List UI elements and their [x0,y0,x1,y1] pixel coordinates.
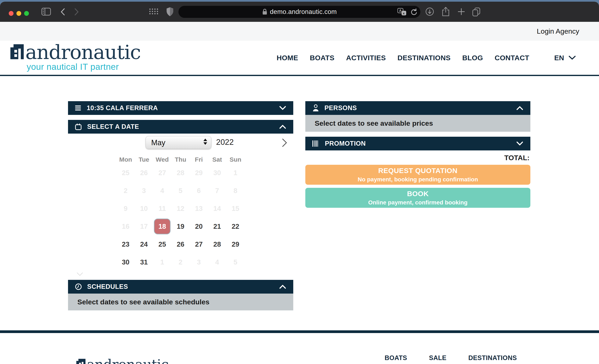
next-month-icon[interactable] [282,138,287,147]
chevron-up-icon [279,284,286,289]
calendar-day[interactable]: 20 [190,218,208,235]
new-tab-icon[interactable] [457,7,466,16]
andronautic-logo-icon [76,359,86,364]
chevron-down-icon [279,106,286,110]
promotion-panel-header[interactable]: PROMOTION [305,137,530,150]
address-bar[interactable]: demo.andronautic.com A x [178,6,420,18]
calendar-day[interactable]: 23 [116,235,135,253]
weekday-header-row: Mon Tue Wed Thu Fri Sat Sun [116,156,245,163]
calendar-day: 15 [226,200,245,218]
main-nav: HOME BOATS ACTIVITIES DESTINATIONS BLOG … [277,54,529,62]
schedules-panel-header[interactable]: SCHEDULES [68,280,293,294]
calendar-day[interactable]: 26 [171,235,190,253]
zoom-window-button[interactable] [24,11,29,16]
calendar-day: 9 [116,200,135,218]
logo-wordmark: andronautic [25,44,141,60]
lock-icon [262,8,267,15]
back-icon[interactable] [60,8,66,16]
scroll-more-icon [76,272,83,277]
request-quotation-subtitle: No payment, booking pending confirmation [358,176,478,183]
schedules-hint: Select dates to see available schedules [68,294,293,310]
close-window-button[interactable] [9,11,14,16]
weekday-label: Fri [190,156,208,163]
request-quotation-button[interactable]: REQUEST QUOTATION No payment, booking pe… [305,165,530,185]
chevron-up-icon [279,125,286,129]
andronautic-logo-icon [10,44,24,60]
book-button[interactable]: BOOK Online payment, confirmed booking [305,188,530,208]
calendar-grid: 2526272829301234567891011121314151617181… [116,164,245,271]
date-column: 10:35 CALA FERRERA SELECT A DATE [68,101,293,310]
chevron-down-icon [516,141,523,146]
calendar-day[interactable]: 30 [116,253,135,271]
site-footer: BOATS SALE DESTINATIONS andronautic [0,330,599,364]
nav-blog[interactable]: BLOG [462,54,483,62]
tab-overview-icon[interactable] [471,7,481,17]
calendar-day[interactable]: 27 [190,235,208,253]
downloads-icon[interactable] [425,7,434,16]
svg-text:x: x [403,11,405,15]
site-header: andronautic your nautical IT partner HOM… [0,41,599,76]
calendar-day: 7 [208,182,226,200]
calendar-day: 1 [153,253,171,271]
calendar-day: 13 [190,200,208,218]
total-label: TOTAL: [305,154,530,162]
calendar-day[interactable]: 24 [135,235,153,253]
privacy-shield-icon[interactable] [166,7,174,17]
calendar-day: 5 [226,253,245,271]
weekday-label: Thu [171,156,190,163]
calendar-day[interactable]: 28 [208,235,226,253]
reload-icon[interactable] [410,8,417,16]
site-logo[interactable]: andronautic your nautical IT partner [10,44,141,71]
nav-activities[interactable]: ACTIVITIES [346,54,386,62]
tab-grid-icon[interactable] [149,8,159,15]
calendar-day: 5 [171,182,190,200]
language-code: EN [554,54,564,62]
sidebar-toggle-icon[interactable] [41,7,51,16]
calendar-day: 27 [153,164,171,182]
weekday-label: Sat [208,156,226,163]
footer-link-destinations[interactable]: DESTINATIONS [468,354,517,362]
calendar-day[interactable]: 25 [153,235,171,253]
translate-icon[interactable]: A x [397,8,407,16]
calendar-day: 17 [135,218,153,235]
logo-tagline: your nautical IT partner [27,63,141,71]
trip-panel-header[interactable]: 10:35 CALA FERRERA [68,101,293,115]
nav-destinations[interactable]: DESTINATIONS [397,54,450,62]
calendar-day[interactable]: 21 [208,218,226,235]
weekday-label: Wed [153,156,171,163]
request-quotation-title: REQUEST QUOTATION [378,167,457,175]
login-agency-link[interactable]: Login Agency [537,27,579,35]
footer-link-sale[interactable]: SALE [429,354,446,362]
month-select[interactable]: May [146,136,211,149]
calendar-day[interactable]: 29 [226,235,245,253]
persons-panel-header[interactable]: PERSONS [305,101,530,115]
nav-contact[interactable]: CONTACT [495,54,529,62]
language-selector[interactable]: EN [554,54,576,62]
weekday-label: Mon [116,156,135,163]
share-icon[interactable] [441,7,450,17]
nav-home[interactable]: HOME [277,54,298,62]
footer-link-boats[interactable]: BOATS [385,354,407,362]
chevron-down-icon [569,55,576,60]
desktop: demo.andronautic.com A x [0,0,599,364]
forward-icon[interactable] [73,8,79,16]
calendar-day: 30 [208,164,226,182]
calendar-day[interactable]: 22 [226,218,245,235]
nav-boats[interactable]: BOATS [310,54,335,62]
person-icon [312,104,319,112]
calendar-day[interactable]: 19 [171,218,190,235]
select-date-panel-header[interactable]: SELECT A DATE [68,120,293,134]
weekday-label: Tue [135,156,153,163]
calendar-day: 12 [171,200,190,218]
book-subtitle: Online payment, confirmed booking [368,199,467,206]
weekday-label: Sun [226,156,245,163]
calendar-day-selected[interactable]: 18 [153,218,171,235]
calendar-day: 26 [135,164,153,182]
trip-title: 10:35 CALA FERRERA [87,104,158,112]
calendar-day: 4 [208,253,226,271]
minimize-window-button[interactable] [17,11,21,16]
footer-logo: andronautic [76,359,168,364]
calendar-day: 4 [153,182,171,200]
calendar-day[interactable]: 31 [135,253,153,271]
promotion-title: PROMOTION [325,140,366,147]
